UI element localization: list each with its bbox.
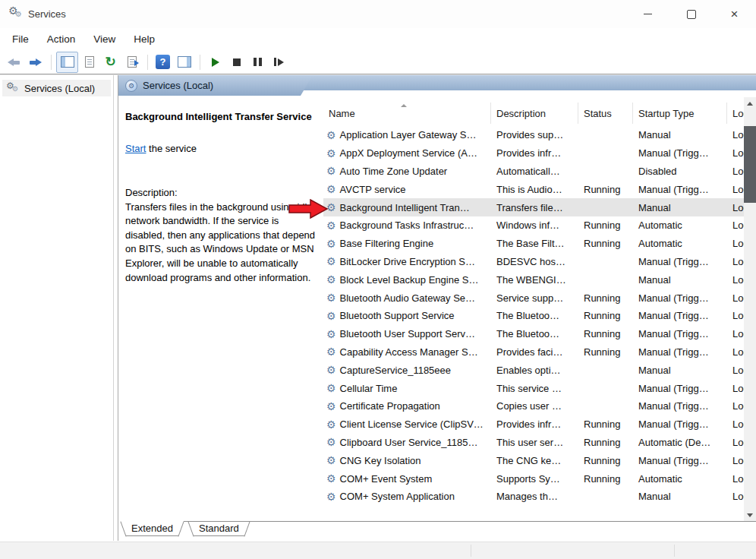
start-service-line: Start the service: [125, 143, 317, 154]
table-cell: Manual: [633, 365, 727, 376]
back-button[interactable]: [4, 52, 24, 72]
table-row[interactable]: ⚙COM+ Event SystemSupports Sy…RunningAut…: [323, 469, 744, 488]
column-header-name[interactable]: Name: [323, 103, 491, 124]
table-row[interactable]: ⚙Certificate PropagationCopies user …Man…: [323, 397, 744, 415]
menu-help[interactable]: Help: [124, 30, 164, 48]
scrollbar-thumb[interactable]: [744, 126, 756, 203]
service-gear-icon: ⚙: [326, 238, 336, 249]
menu-view[interactable]: View: [84, 30, 124, 48]
pause-service-button[interactable]: [247, 52, 268, 72]
table-row[interactable]: ⚙Capability Access Manager S…Provides fa…: [323, 343, 744, 362]
service-gear-icon: ⚙: [326, 365, 336, 375]
service-name-text: Background Tasks Infrastruc…: [340, 219, 474, 231]
table-cell: Automatic (De…: [633, 437, 727, 448]
table-cell: ⚙COM+ System Application: [323, 491, 491, 502]
minimize-icon: [644, 14, 652, 14]
status-bar-divider: [674, 545, 675, 557]
refresh-button[interactable]: ↻: [100, 52, 121, 72]
export-list-button[interactable]: [121, 52, 142, 72]
title-bar: ⚙ ⚙ Services ×: [0, 0, 756, 28]
tab-edge: [187, 521, 194, 536]
table-cell: Manual (Trigg…: [633, 455, 727, 466]
column-header-startup-type[interactable]: Startup Type: [633, 103, 727, 124]
service-name-text: AVCTP service: [340, 184, 406, 195]
column-header-label: Log: [732, 108, 744, 119]
description-label: Description:: [125, 186, 317, 201]
service-name-text: Base Filtering Engine: [340, 238, 434, 249]
toolbar-separator: [200, 55, 200, 70]
tab-standard[interactable]: Standard: [187, 521, 251, 536]
start-service-link[interactable]: Start: [125, 143, 146, 154]
scroll-up-button[interactable]: [744, 97, 756, 110]
close-icon: ×: [731, 7, 739, 22]
service-gear-icon: ⚙: [326, 383, 336, 393]
table-cell: Automatic: [633, 473, 727, 485]
action-pane-button[interactable]: [174, 52, 194, 72]
gear-icon: ⚙: [128, 82, 134, 90]
table-row[interactable]: ⚙Bluetooth Support ServiceThe Bluetoo…Ru…: [323, 307, 744, 325]
help-button[interactable]: ?: [153, 52, 173, 72]
table-cell: ⚙Clipboard User Service_1185…: [323, 437, 491, 448]
table-row[interactable]: ⚙AppX Deployment Service (A…Provides inf…: [323, 144, 744, 163]
stop-service-button[interactable]: [226, 52, 247, 72]
table-row[interactable]: ⚙Bluetooth User Support Serv…The Bluetoo…: [323, 325, 744, 343]
table-cell: ⚙COM+ Event System: [323, 473, 491, 485]
table-cell: ⚙Client License Service (ClipSV…: [323, 418, 491, 430]
menu-file[interactable]: File: [3, 30, 38, 48]
table-row[interactable]: ⚙CNG Key IsolationThe CNG ke…RunningManu…: [323, 451, 744, 469]
service-name-text: Bluetooth User Support Serv…: [340, 328, 475, 340]
table-cell: ⚙AppX Deployment Service (A…: [323, 147, 491, 159]
column-header-status[interactable]: Status: [578, 103, 633, 124]
table-cell: Provides infr…: [491, 418, 578, 430]
table-row[interactable]: ⚙Bluetooth Audio Gateway Se…Service supp…: [323, 289, 744, 307]
table-row[interactable]: ⚙Auto Time Zone UpdaterAutomaticall…Disa…: [323, 163, 744, 181]
table-row[interactable]: ⚙Background Intelligent Tran…Transfers f…: [323, 198, 744, 216]
table-cell: Loc: [727, 166, 744, 177]
maximize-button[interactable]: [669, 0, 713, 28]
table-row[interactable]: ⚙COM+ System ApplicationManages th…Manua…: [323, 488, 744, 506]
menu-action[interactable]: Action: [38, 30, 85, 48]
table-row[interactable]: ⚙Client License Service (ClipSV…Provides…: [323, 415, 744, 434]
table-row[interactable]: ⚙CaptureService_1185eeeEnables opti…Manu…: [323, 361, 744, 379]
table-cell: Provides sup…: [491, 129, 578, 141]
minimize-button[interactable]: [626, 0, 669, 28]
column-header-log-on-as[interactable]: Log: [727, 103, 744, 124]
service-table-body: ⚙Application Layer Gateway S…Provides su…: [323, 126, 744, 506]
close-button[interactable]: ×: [713, 0, 756, 28]
table-row[interactable]: ⚙AVCTP serviceThis is Audio…RunningManua…: [323, 180, 744, 198]
table-row[interactable]: ⚙Application Layer Gateway S…Provides su…: [323, 126, 744, 144]
restart-service-button[interactable]: [269, 52, 289, 72]
forward-button[interactable]: [25, 52, 46, 72]
show-console-tree-button[interactable]: [56, 52, 78, 73]
table-row[interactable]: ⚙Block Level Backup Engine S…The WBENGI……: [323, 270, 744, 289]
scroll-down-button[interactable]: [744, 509, 756, 522]
properties-icon: [85, 56, 94, 68]
table-cell: Loc: [727, 256, 744, 267]
back-arrow-icon: [8, 58, 20, 67]
table-cell: Manual (Trigg…: [633, 184, 727, 195]
tree-item-services-local[interactable]: ⚙ ⚙ Services (Local): [2, 80, 111, 96]
properties-button[interactable]: [79, 52, 99, 72]
vertical-scrollbar[interactable]: [744, 97, 756, 522]
table-row[interactable]: ⚙Clipboard User Service_1185…This user s…: [323, 434, 744, 452]
tab-extended[interactable]: Extended: [119, 521, 185, 536]
table-row[interactable]: ⚙BitLocker Drive Encryption S…BDESVC hos…: [323, 253, 744, 271]
service-name-text: BitLocker Drive Encryption S…: [340, 256, 475, 267]
table-row[interactable]: ⚙Base Filtering EngineThe Base Filt…Runn…: [323, 235, 744, 253]
table-cell: The Bluetoo…: [491, 328, 578, 340]
table-cell: Automatic: [633, 238, 727, 249]
service-gear-icon: ⚙: [326, 256, 336, 267]
gear-icon-small: ⚙: [12, 86, 18, 93]
table-row[interactable]: ⚙Background Tasks Infrastruc…Windows inf…: [323, 216, 744, 235]
table-cell: Loc: [727, 418, 744, 430]
service-name-text: Block Level Backup Engine S…: [340, 274, 479, 286]
table-cell: Loc: [727, 202, 744, 213]
start-service-button[interactable]: [205, 52, 225, 72]
table-cell: Running: [578, 292, 633, 304]
table-cell: ⚙Base Filtering Engine: [323, 238, 491, 249]
table-cell: ⚙Cellular Time: [323, 383, 491, 394]
column-header-description[interactable]: Description: [491, 103, 578, 124]
table-row[interactable]: ⚙Cellular TimeThis service …Manual (Trig…: [323, 379, 744, 397]
table-cell: The Bluetoo…: [491, 310, 578, 321]
service-name-text: Auto Time Zone Updater: [340, 166, 448, 177]
